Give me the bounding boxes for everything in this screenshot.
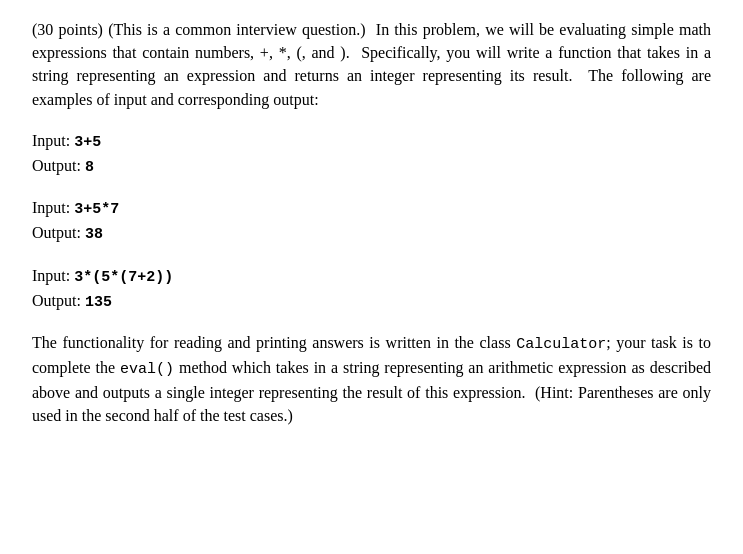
example-3: Input: 3*(5*(7+2)) Output: 135	[32, 264, 711, 314]
example-3-output-value: 135	[85, 294, 112, 311]
example-2-input: Input: 3+5*7	[32, 196, 711, 221]
example-3-input-label: Input:	[32, 267, 74, 284]
eval-method-name: eval()	[120, 361, 174, 378]
example-2-output: Output: 38	[32, 221, 711, 246]
example-1-input-value: 3+5	[74, 134, 101, 151]
example-2-output-label: Output:	[32, 224, 85, 241]
closing-text-1: The functionality for reading and printi…	[32, 334, 516, 351]
example-1-input: Input: 3+5	[32, 129, 711, 154]
intro-paragraph: (30 points) (This is a common interview …	[32, 18, 711, 111]
example-2: Input: 3+5*7 Output: 38	[32, 196, 711, 246]
example-1-input-label: Input:	[32, 132, 74, 149]
example-3-output: Output: 135	[32, 289, 711, 314]
example-1-output: Output: 8	[32, 154, 711, 179]
example-2-output-value: 38	[85, 226, 103, 243]
example-2-input-label: Input:	[32, 199, 74, 216]
example-2-input-value: 3+5*7	[74, 201, 119, 218]
example-3-input: Input: 3*(5*(7+2))	[32, 264, 711, 289]
example-3-input-value: 3*(5*(7+2))	[74, 269, 173, 286]
page-content: (30 points) (This is a common interview …	[32, 18, 711, 427]
closing-paragraph: The functionality for reading and printi…	[32, 331, 711, 427]
example-3-output-label: Output:	[32, 292, 85, 309]
example-1-output-value: 8	[85, 159, 94, 176]
intro-text: (30 points) (This is a common interview …	[32, 21, 711, 108]
example-1-output-label: Output:	[32, 157, 85, 174]
calculator-class-name: Calculator	[516, 336, 606, 353]
example-1: Input: 3+5 Output: 8	[32, 129, 711, 179]
